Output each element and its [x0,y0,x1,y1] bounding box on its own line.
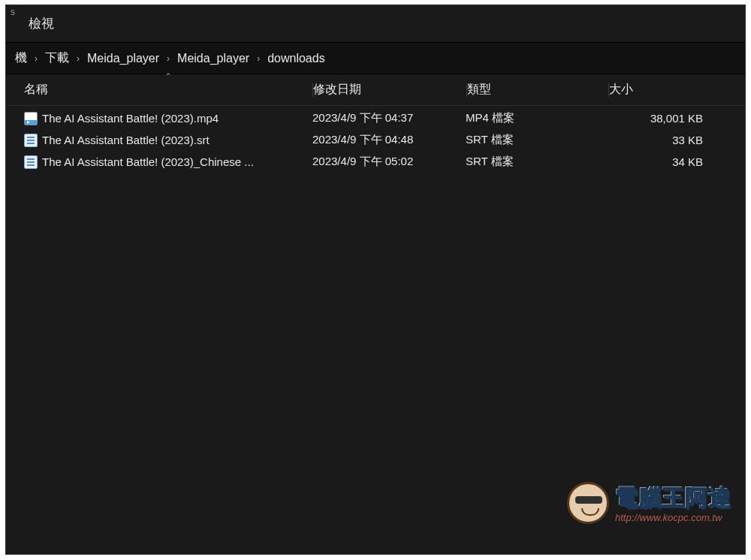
file-date: 2023/4/9 下午 04:37 [312,111,466,125]
column-header-name[interactable]: ⌃ 名稱 [24,82,312,98]
chevron-right-icon: › [252,53,264,64]
file-date: 2023/4/9 下午 05:02 [312,155,466,169]
file-row[interactable]: The AI Assistant Battle! (2023)_Chinese … [6,151,745,173]
watermark: 電腦王阿達 http://www.kocpc.com.tw [567,482,731,524]
chevron-right-icon: › [162,53,174,64]
breadcrumb-bar: 機 › 下載 › Meida_player › Meida_player › d… [6,43,745,74]
file-type: SRT 檔案 [466,133,607,147]
file-row[interactable]: The AI Assistant Battle! (2023).mp4 2023… [6,107,745,129]
chevron-right-icon: › [72,53,84,64]
subtitle-file-icon [24,134,38,147]
breadcrumb-item-1[interactable]: 下載 [42,50,72,66]
column-header-size[interactable]: 大小 [609,82,722,98]
file-size: 33 KB [607,134,719,146]
breadcrumb-item-3[interactable]: Meida_player [174,52,252,65]
menu-view[interactable]: 檢視 [29,15,54,32]
sort-indicator-icon: ⌃ [164,71,172,82]
column-header-date[interactable]: 修改日期 [313,82,466,98]
file-size: 34 KB [607,155,719,168]
titlebar-fragment: s [8,5,18,19]
watermark-title: 電腦王阿達 [615,483,731,513]
file-name: The AI Assistant Battle! (2023).mp4 [42,112,219,125]
file-type: MP4 檔案 [466,111,607,125]
watermark-url: http://www.kocpc.com.tw [615,512,731,523]
breadcrumb-item-4[interactable]: downloads [264,52,328,65]
breadcrumb-item-0[interactable]: 機 [12,50,30,66]
file-type: SRT 檔案 [466,155,607,169]
column-header-type[interactable]: 類型 [467,82,608,98]
column-headers: ⌃ 名稱 修改日期 類型 大小 [6,74,745,106]
subtitle-file-icon [24,155,38,169]
file-explorer-window: s 檢視 機 › 下載 › Meida_player › Meida_playe… [5,5,746,555]
file-name: The AI Assistant Battle! (2023)_Chinese … [42,155,254,168]
breadcrumb-item-2[interactable]: Meida_player [84,52,162,65]
chevron-right-icon: › [30,53,42,64]
menubar: 檢視 [6,5,745,43]
watermark-mascot-icon [567,482,609,524]
file-list: The AI Assistant Battle! (2023).mp4 2023… [6,106,745,173]
breadcrumb: 機 › 下載 › Meida_player › Meida_player › d… [12,50,328,66]
file-size: 38,001 KB [607,112,719,125]
video-file-icon [24,112,38,125]
file-name: The AI Assistant Battle! (2023).srt [42,134,210,146]
file-date: 2023/4/9 下午 04:48 [312,133,466,147]
column-header-name-label: 名稱 [24,83,48,95]
file-row[interactable]: The AI Assistant Battle! (2023).srt 2023… [6,129,745,151]
